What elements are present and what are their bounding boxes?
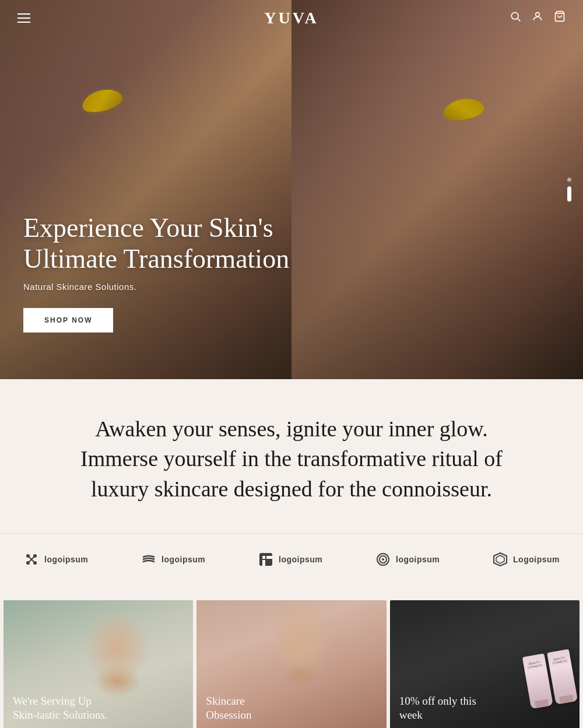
svg-rect-12 — [262, 560, 265, 566]
svg-point-16 — [382, 558, 384, 561]
svg-line-1 — [518, 19, 520, 21]
cart-icon[interactable] — [554, 10, 566, 25]
card-1-title: We're Serving UpSkin-tastic Solutions. — [13, 694, 184, 723]
nav-left — [17, 13, 30, 23]
nav-right — [510, 10, 566, 25]
logo-text-4: logoipsum — [396, 555, 440, 564]
tagline-text: Awaken your senses, ignite your inner gl… — [47, 414, 536, 504]
card-2-content: SkincareObsession — [196, 682, 386, 728]
tagline-section: Awaken your senses, ignite your inner gl… — [0, 379, 583, 533]
svg-point-0 — [511, 12, 518, 19]
card-skincare-obsession[interactable]: SkincareObsession — [196, 600, 386, 728]
slide-indicators — [567, 178, 571, 202]
hero-section: Experience Your Skin's Ultimate Transfor… — [0, 0, 583, 379]
svg-rect-13 — [266, 556, 272, 559]
logo-text-3: logoipsum — [279, 555, 322, 564]
slide-dot-2[interactable] — [567, 187, 571, 202]
svg-point-2 — [536, 12, 540, 16]
card-1-content: We're Serving UpSkin-tastic Solutions. — [3, 682, 193, 728]
logo-text-5: Logoipsum — [513, 555, 560, 564]
svg-rect-11 — [262, 556, 265, 559]
navbar: YUVA — [0, 0, 583, 36]
card-2-title: SkincareObsession — [206, 694, 377, 723]
logo-item-4[interactable]: logoipsum — [375, 551, 440, 568]
card-discount[interactable]: BEAUTYCOSMETIC BEAUTYCOSMETIC 10% off on… — [390, 600, 580, 728]
slide-dot-1[interactable] — [567, 178, 571, 182]
logo-item-2[interactable]: logoipsum — [141, 551, 205, 568]
logos-section: logoipsum logoipsum logoipsum logoipsum — [0, 533, 583, 597]
logo-text-1: logoipsum — [44, 555, 88, 564]
svg-rect-10 — [259, 553, 272, 566]
hero-title: Experience Your Skin's Ultimate Transfor… — [23, 213, 315, 275]
shop-now-button[interactable]: SHOP NOW — [23, 308, 113, 332]
site-logo[interactable]: YUVA — [264, 9, 318, 27]
cards-section: We're Serving UpSkin-tastic Solutions. S… — [0, 597, 583, 728]
logo-item-1[interactable]: logoipsum — [23, 551, 88, 568]
logo-item-5[interactable]: Logoipsum — [492, 551, 560, 568]
logo-text-2: logoipsum — [161, 555, 205, 564]
account-icon[interactable] — [532, 10, 543, 25]
card-3-content: 10% off only thisweek — [390, 682, 580, 728]
search-icon[interactable] — [510, 10, 521, 25]
svg-marker-18 — [496, 555, 504, 564]
card-skincare-solutions[interactable]: We're Serving UpSkin-tastic Solutions. — [3, 600, 193, 728]
hamburger-menu-icon[interactable] — [17, 13, 30, 23]
hero-content: Experience Your Skin's Ultimate Transfor… — [23, 213, 315, 332]
logo-item-3[interactable]: logoipsum — [258, 551, 322, 568]
card-3-title: 10% off only thisweek — [399, 694, 570, 723]
hero-subtitle: Natural Skincare Solutions. — [23, 282, 315, 292]
